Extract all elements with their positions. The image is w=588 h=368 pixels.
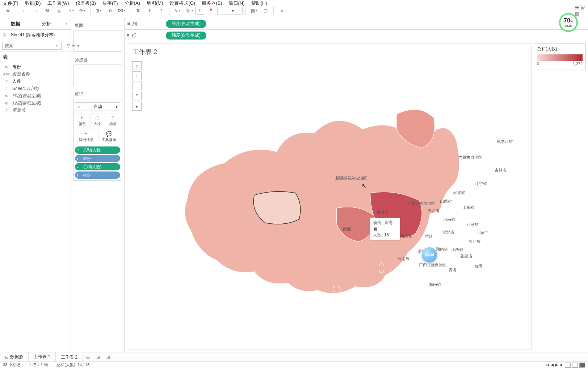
group-button[interactable]: 📎: [184, 6, 194, 16]
mark-label-button[interactable]: T标签: [106, 113, 120, 128]
province-label: 台湾: [474, 263, 482, 269]
new-dashboard-tab[interactable]: ⊞: [93, 352, 103, 361]
field-name: 纬度(自动生成): [12, 93, 41, 99]
pause-button[interactable]: ⏸: [66, 6, 76, 16]
status-marks: 33 个标记: [3, 362, 20, 368]
field-row[interactable]: ⊕ 纬度(自动生成): [0, 92, 71, 99]
field-row[interactable]: # 人数: [0, 78, 71, 85]
menu-window[interactable]: 窗口(N): [229, 0, 245, 7]
sheet-tabs-bar: ⊟ 数据源 工作表 1 工作表 2 ⊞ ⊞ ⊞: [0, 352, 588, 361]
pin-button[interactable]: 📍: [206, 6, 216, 16]
svg-point-1: [379, 262, 384, 273]
swap-button[interactable]: ⇅: [133, 6, 143, 16]
search-dropdown[interactable]: ▾: [217, 7, 243, 15]
tab-data[interactable]: 数据: [0, 18, 31, 29]
datasource-name[interactable]: Sheet1 (顾客地域分布): [11, 32, 55, 38]
visualization-canvas[interactable]: 工作表 2 ⌕ + − ⤒ ▸: [127, 44, 532, 350]
field-type-icon: ⊕: [3, 101, 10, 106]
mark-pill[interactable]: ⠿总和(人数): [75, 146, 120, 154]
nav-first-icon[interactable]: ⏮: [545, 363, 549, 368]
refresh-button[interactable]: ⟳: [77, 6, 87, 16]
mark-tooltip-button[interactable]: 💬工具提示: [98, 129, 121, 144]
svg-point-0: [333, 286, 340, 293]
mark-detail-button[interactable]: ⠛详细信息: [75, 129, 97, 144]
mark-color-button[interactable]: ⠿颜色: [75, 113, 89, 128]
china-map[interactable]: [127, 44, 531, 350]
marks-card-label: 标记: [73, 89, 122, 99]
text-button[interactable]: T: [196, 7, 204, 15]
color-legend[interactable]: 总和(人数) 0 1,372: [534, 44, 586, 70]
columns-pill[interactable]: 经度(自动生成): [166, 20, 206, 28]
province-label: 青海省: [377, 210, 388, 215]
timer-overlay[interactable]: 03:34: [422, 247, 437, 262]
field-row[interactable]: ⊕ 省份: [0, 63, 71, 70]
nav-next-icon[interactable]: ▶: [555, 363, 558, 368]
search-icon[interactable]: ⌕: [56, 44, 58, 48]
new-story-tab[interactable]: ⊞: [103, 352, 113, 361]
field-type-icon: Abc: [3, 72, 10, 76]
datasource-tab-icon: ⊟: [5, 355, 9, 360]
new-worksheet-button[interactable]: ⊞: [93, 6, 104, 16]
field-name: 度量值: [12, 107, 25, 113]
filters-shelf[interactable]: [73, 65, 122, 86]
mark-pill[interactable]: T省份: [75, 171, 120, 179]
rows-pill[interactable]: 纬度(自动生成): [166, 32, 206, 40]
legend-min: 0: [537, 62, 539, 66]
clear-button[interactable]: ⌧: [117, 6, 127, 16]
duplicate-button[interactable]: ⧉: [105, 6, 115, 16]
status-sum: 总和(人数): 14,115: [56, 362, 89, 368]
network-speed-overlay[interactable]: 70% 0K/s: [559, 13, 578, 32]
collapse-icon[interactable]: ‹: [62, 18, 71, 29]
field-row[interactable]: # 度量值: [0, 107, 71, 114]
nav-last-icon[interactable]: ⏭: [559, 363, 563, 368]
pages-shelf[interactable]: [73, 30, 122, 52]
fit-button[interactable]: ▤: [249, 6, 259, 16]
sheet-tab-1[interactable]: 工作表 1: [29, 352, 56, 361]
province-label: 湖南省: [436, 247, 448, 252]
mark-pill[interactable]: ∘总和(人数): [75, 163, 120, 170]
legend-max: 1,372: [572, 62, 583, 66]
sheet-tab-2[interactable]: 工作表 2: [56, 352, 83, 361]
field-name: 经度(自动生成): [12, 100, 41, 106]
field-row[interactable]: ⊕ 经度(自动生成): [0, 99, 71, 107]
tableau-logo-icon[interactable]: ❋: [3, 6, 13, 16]
sort-desc-button[interactable]: ↥: [156, 6, 166, 16]
back-button[interactable]: ←: [19, 6, 29, 16]
menu-bar: 文件(F) 数据(D) 工作表(W) 仪表板(B) 故事(T) 分析(A) 地图…: [0, 0, 588, 4]
filter-fields-icon[interactable]: ▽: [67, 42, 70, 49]
field-type-icon: #: [3, 86, 10, 91]
share-button[interactable]: ∝: [277, 6, 287, 16]
field-type-icon: #: [3, 79, 10, 83]
rows-icon: ≡: [127, 33, 130, 38]
field-row[interactable]: Abc 度量名称: [0, 70, 71, 78]
columns-shelf[interactable]: iii列 经度(自动生成): [125, 18, 588, 30]
search-input[interactable]: [2, 42, 62, 50]
view-mode-2[interactable]: [572, 363, 578, 368]
province-label: 西藏: [343, 227, 351, 232]
field-name: Sheet1 (计数): [12, 86, 39, 92]
province-label: 江苏省: [467, 222, 479, 227]
province-label: 山东省: [462, 205, 474, 210]
field-name: 度量名称: [12, 71, 30, 77]
new-worksheet-tab[interactable]: ⊞: [83, 352, 93, 361]
mark-type-select[interactable]: ⟐ 自动 ▾: [75, 102, 120, 111]
presentation-button[interactable]: ▢: [260, 6, 270, 16]
province-label: 海南省: [429, 282, 441, 287]
mark-size-button[interactable]: ◌大小: [90, 113, 105, 128]
province-label: 江西省: [451, 247, 463, 252]
save-button[interactable]: 🖫: [42, 6, 52, 16]
mark-pill[interactable]: ∘省份: [75, 155, 120, 162]
view-mode-1[interactable]: [565, 363, 571, 368]
datasource-tab[interactable]: ⊟ 数据源: [0, 352, 29, 361]
nav-prev-icon[interactable]: ◀: [551, 363, 554, 368]
forward-button[interactable]: →: [31, 6, 41, 16]
view-mode-3[interactable]: [579, 363, 585, 368]
pill-icon: T: [76, 173, 81, 177]
sort-asc-button[interactable]: ↧: [144, 6, 155, 16]
highlight-button[interactable]: ✎: [172, 6, 182, 16]
rows-shelf[interactable]: ≡行 纬度(自动生成): [125, 30, 588, 41]
new-datasource-button[interactable]: ⎘: [54, 6, 64, 16]
field-row[interactable]: # Sheet1 (计数): [0, 85, 71, 92]
tab-analysis[interactable]: 分析: [31, 18, 62, 29]
showme-button[interactable]: ☰ 智能...: [575, 6, 585, 16]
